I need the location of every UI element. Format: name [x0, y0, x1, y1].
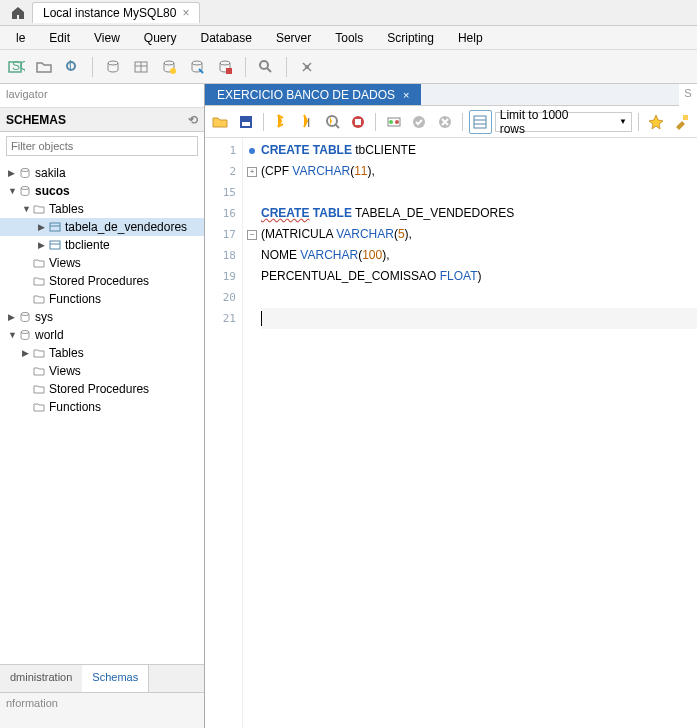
- svg-point-13: [260, 61, 268, 69]
- beautify-icon[interactable]: [645, 110, 668, 134]
- folder-stored-procedures[interactable]: Stored Procedures: [0, 272, 204, 290]
- close-icon[interactable]: ×: [182, 6, 189, 20]
- execute-icon[interactable]: [270, 110, 293, 134]
- filter-objects-input[interactable]: [6, 136, 198, 156]
- menu-edit[interactable]: Edit: [37, 28, 82, 48]
- limit-rows-select[interactable]: Limit to 1000 rows ▼: [495, 112, 632, 132]
- svg-rect-25: [242, 122, 250, 126]
- code-area[interactable]: CREATE TABLE tbCLIENTE (CPF VARCHAR(11),…: [261, 138, 697, 728]
- fold-expand-icon[interactable]: +: [247, 167, 257, 177]
- rollback-icon[interactable]: [434, 110, 457, 134]
- line-number-gutter: 1 2 15 16 17 18 19 20 21: [205, 138, 243, 728]
- menu-tools[interactable]: Tools: [323, 28, 375, 48]
- db-table-icon[interactable]: [129, 55, 153, 79]
- folder-sp-world[interactable]: Stored Procedures: [0, 380, 204, 398]
- folder-functions[interactable]: Functions: [0, 290, 204, 308]
- connection-tab[interactable]: Local instance MySQL80 ×: [32, 2, 200, 23]
- close-icon[interactable]: ×: [403, 89, 409, 101]
- fold-collapse-icon[interactable]: −: [247, 230, 257, 240]
- svg-rect-20: [50, 241, 60, 249]
- separator: [92, 57, 93, 77]
- menu-query[interactable]: Query: [132, 28, 189, 48]
- svg-point-15: [305, 65, 309, 69]
- svg-point-4: [108, 61, 118, 65]
- explain-icon[interactable]: [321, 110, 344, 134]
- text-cursor: [261, 311, 262, 326]
- menu-help[interactable]: Help: [446, 28, 495, 48]
- db-sucos[interactable]: ▼sucos: [0, 182, 204, 200]
- tab-administration[interactable]: dministration: [0, 665, 82, 692]
- db-sys[interactable]: ▶sys: [0, 308, 204, 326]
- svg-point-23: [21, 331, 29, 334]
- folder-fn-world[interactable]: Functions: [0, 398, 204, 416]
- menu-scripting[interactable]: Scripting: [375, 28, 446, 48]
- folder-views[interactable]: Views: [0, 254, 204, 272]
- folder-tables[interactable]: ▼Tables: [0, 200, 204, 218]
- db-create-icon[interactable]: [101, 55, 125, 79]
- toggle-autocommit-icon[interactable]: [382, 110, 405, 134]
- menu-bar: le Edit View Query Database Server Tools…: [0, 26, 697, 50]
- menu-file[interactable]: le: [4, 28, 37, 48]
- table-vendedores[interactable]: ▶tabela_de_vendedores: [0, 218, 204, 236]
- execute-current-icon[interactable]: I: [296, 110, 319, 134]
- separator: [638, 113, 639, 131]
- limit-rows-label: Limit to 1000 rows: [500, 108, 589, 136]
- svg-point-11: [220, 61, 230, 65]
- svg-rect-12: [226, 68, 232, 74]
- db-sp-icon[interactable]: [185, 55, 209, 79]
- table-tbcliente[interactable]: ▶tbcliente: [0, 236, 204, 254]
- menu-server[interactable]: Server: [264, 28, 323, 48]
- search-icon[interactable]: [254, 55, 278, 79]
- folder-icon: [32, 382, 46, 396]
- menu-database[interactable]: Database: [189, 28, 264, 48]
- editor-tab[interactable]: EXERCICIO BANCO DE DADOS ×: [205, 84, 421, 105]
- separator: [375, 113, 376, 131]
- menu-view[interactable]: View: [82, 28, 132, 48]
- svg-point-10: [192, 61, 202, 65]
- folder-icon: [32, 274, 46, 288]
- reconnect-icon[interactable]: [295, 55, 319, 79]
- home-icon[interactable]: [10, 5, 26, 21]
- db-view-icon[interactable]: [157, 55, 181, 79]
- fold-gutter: + −: [243, 138, 261, 728]
- db-world[interactable]: ▼world: [0, 326, 204, 344]
- inspector-icon[interactable]: i: [60, 55, 84, 79]
- schema-tree[interactable]: ▶sakila ▼sucos ▼Tables ▶tabela_de_vended…: [0, 160, 204, 664]
- limit-rows-icon[interactable]: [469, 110, 492, 134]
- refresh-icon[interactable]: ⟲: [188, 113, 198, 127]
- stop-icon[interactable]: [347, 110, 370, 134]
- folder-views-world[interactable]: Views: [0, 362, 204, 380]
- separator: [263, 113, 264, 131]
- save-icon[interactable]: [235, 110, 258, 134]
- folder-tables-world[interactable]: ▶Tables: [0, 344, 204, 362]
- db-fn-icon[interactable]: [213, 55, 237, 79]
- svg-line-14: [267, 68, 271, 72]
- open-file-icon[interactable]: [209, 110, 232, 134]
- statement-marker-icon: [249, 148, 255, 154]
- svg-point-33: [395, 120, 399, 124]
- find-icon[interactable]: [670, 110, 693, 134]
- table-icon: [48, 220, 62, 234]
- information-panel-title: nformation: [0, 692, 204, 728]
- tab-schemas[interactable]: Schemas: [82, 665, 149, 692]
- svg-rect-39: [683, 115, 688, 120]
- sql-editor[interactable]: 1 2 15 16 17 18 19 20 21 + −: [205, 138, 697, 728]
- svg-rect-36: [474, 116, 486, 128]
- connection-tab-label: Local instance MySQL80: [43, 6, 176, 20]
- schemas-header: SCHEMAS: [6, 113, 66, 127]
- db-sakila[interactable]: ▶sakila: [0, 164, 204, 182]
- function-icon: [32, 400, 46, 414]
- svg-point-9: [170, 68, 176, 74]
- new-sql-tab-icon[interactable]: SQL: [4, 55, 28, 79]
- folder-icon: [32, 346, 46, 360]
- svg-text:I: I: [307, 116, 310, 130]
- database-icon: [18, 184, 32, 198]
- open-sql-icon[interactable]: [32, 55, 56, 79]
- svg-point-32: [389, 120, 393, 124]
- svg-text:i: i: [69, 58, 72, 72]
- folder-icon: [32, 364, 46, 378]
- separator: [462, 113, 463, 131]
- separator: [286, 57, 287, 77]
- side-panel-toggle[interactable]: S: [679, 84, 697, 106]
- commit-icon[interactable]: [408, 110, 431, 134]
